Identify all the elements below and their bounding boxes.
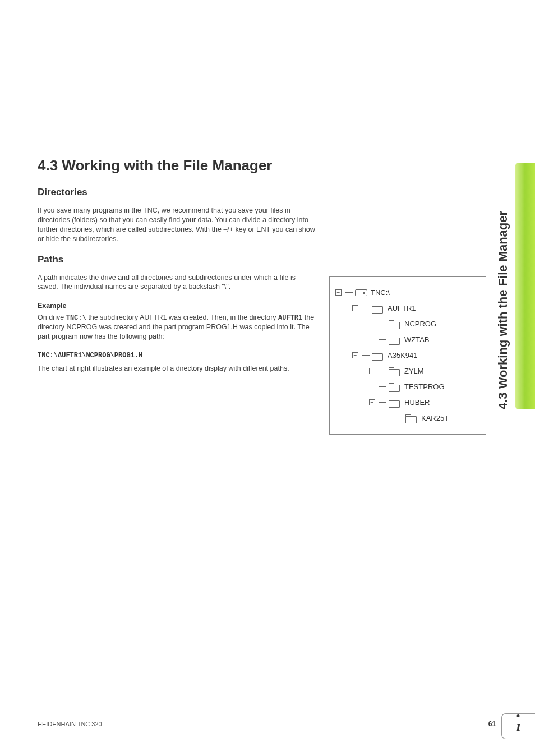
connector-icon — [345, 292, 353, 293]
example-closing: The chart at right illustrates an exampl… — [38, 364, 318, 374]
page-content: 4.3 Working with the File Manager Direct… — [0, 0, 535, 435]
expander-spacer — [386, 415, 392, 421]
tree-root-label: TNC:\ — [371, 288, 390, 297]
folder-icon — [389, 336, 400, 344]
example-dir: AUFTR1 — [278, 314, 302, 322]
tree-label: HUBER — [404, 398, 430, 407]
expander-spacer — [369, 384, 375, 390]
tree-item-auftr1: − AUFTR1 — [335, 301, 478, 316]
tree-item-a35k941: − A35K941 — [335, 348, 478, 363]
example-body: On drive TNC:\ the subdirectory AUFTR1 w… — [38, 313, 318, 342]
tree-item-kar25t: KAR25T — [335, 411, 478, 426]
tree-item-wztab: WZTAB — [335, 332, 478, 348]
tree-label: KAR25T — [421, 414, 449, 422]
tree-label: WZTAB — [404, 335, 430, 344]
directory-tree: − TNC:\ − AUFTR1 NCPROG W — [329, 276, 486, 435]
footer-left: HEIDENHAIN TNC 320 — [38, 721, 102, 727]
page-footer: HEIDENHAIN TNC 320 61 — [38, 720, 496, 728]
connector-icon — [379, 402, 386, 403]
tree-root: − TNC:\ — [335, 285, 478, 301]
connector-icon — [379, 386, 386, 387]
directories-body: If you save many programs in the TNC, we… — [38, 206, 318, 244]
heading-directories: Directories — [38, 187, 496, 198]
example-path: TNC:\AUFTR1\NCPROG\PROG1.H — [38, 352, 318, 359]
example-text-1: On drive — [38, 314, 66, 321]
tree-label: NCPROG — [404, 320, 436, 328]
tree-item-huber: − HUBER — [335, 395, 478, 411]
folder-icon — [372, 352, 383, 359]
example-label: Example — [38, 302, 318, 310]
connector-icon — [379, 339, 386, 340]
tree-item-zylm: + ZYLM — [335, 363, 478, 379]
minus-icon: − — [352, 305, 358, 311]
tree-label: TESTPROG — [404, 382, 445, 391]
expander-spacer — [369, 321, 375, 327]
heading-paths: Paths — [38, 254, 496, 265]
tree-label: ZYLM — [404, 367, 424, 375]
minus-icon: − — [369, 399, 375, 405]
info-icon: ı — [516, 718, 520, 735]
tree-item-ncprog: NCPROG — [335, 316, 478, 332]
minus-icon: − — [335, 289, 342, 296]
connector-icon — [379, 324, 386, 324]
connector-icon — [395, 418, 403, 418]
connector-icon — [362, 355, 370, 356]
folder-icon — [389, 399, 400, 407]
paths-body: A path indicates the drive and all direc… — [38, 273, 318, 292]
connector-icon — [379, 371, 386, 371]
folder-icon — [389, 320, 400, 328]
drive-icon — [355, 289, 367, 296]
example-text-2: the subdirectory AUFTR1 was created. The… — [86, 314, 278, 321]
heading-main: 4.3 Working with the File Manager — [38, 157, 496, 174]
tree-item-testprog: TESTPROG — [335, 379, 478, 395]
folder-icon — [389, 367, 400, 375]
folder-icon — [405, 414, 417, 422]
page-number: 61 — [488, 720, 496, 728]
folder-icon — [389, 383, 400, 391]
example-drive: TNC:\ — [66, 314, 86, 322]
tree-label: AUFTR1 — [388, 304, 416, 312]
minus-icon: − — [352, 352, 358, 358]
connector-icon — [362, 308, 370, 308]
folder-icon — [372, 305, 383, 312]
info-stub: ı — [501, 713, 535, 739]
plus-icon: + — [369, 368, 375, 374]
tree-label: A35K941 — [388, 351, 418, 359]
expander-spacer — [369, 336, 375, 343]
